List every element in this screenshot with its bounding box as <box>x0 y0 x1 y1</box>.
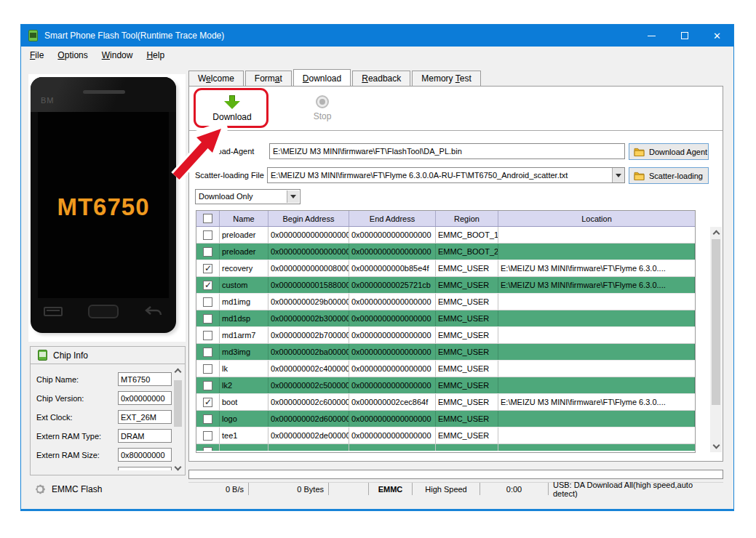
row-checkbox[interactable] <box>203 247 212 257</box>
folder-icon <box>634 148 645 156</box>
table-scroll-down-icon[interactable] <box>712 442 720 449</box>
cell-location <box>498 327 695 343</box>
download-button[interactable]: Download <box>199 92 265 125</box>
table-row[interactable]: lk2 0x000000002c500000 0x000000000000000… <box>196 377 695 394</box>
table-row[interactable]: md1arm7 0x000000002b700000 0x00000000000… <box>196 327 695 344</box>
minimize-button[interactable] <box>635 25 668 47</box>
table-row[interactable]: md1dsp 0x000000002b300000 0x000000000000… <box>196 310 695 327</box>
row-checkbox[interactable] <box>203 264 212 273</box>
cell-region: EMMC_USER <box>436 427 498 443</box>
status-elapsed-time: 0:00 <box>480 483 549 495</box>
table-row[interactable]: lk 0x000000002c400000 0x0000000000000000… <box>196 361 695 377</box>
scroll-up-icon[interactable] <box>175 369 182 376</box>
row-checkbox[interactable] <box>203 381 212 390</box>
scatter-dropdown-icon[interactable] <box>612 168 624 182</box>
table-row[interactable]: recovery 0x0000000000008000 0x0000000000… <box>196 260 695 277</box>
chip-version-label: Chip Version: <box>36 394 84 403</box>
chip-info-icon <box>38 350 47 361</box>
cell-begin: 0x0000000000000000 <box>268 244 349 260</box>
row-checkbox[interactable] <box>203 297 212 307</box>
chip-name-label: Chip Name: <box>36 375 79 384</box>
scatter-file-input[interactable] <box>267 167 625 183</box>
row-checkbox[interactable] <box>203 348 212 357</box>
stop-button[interactable]: Stop <box>297 92 348 125</box>
menu-bar: File Options Window Help <box>21 47 733 64</box>
cell-region: EMMC_USER <box>436 260 498 276</box>
header-name[interactable]: Name <box>220 211 268 226</box>
row-checkbox[interactable] <box>203 414 212 424</box>
row-checkbox[interactable] <box>203 281 212 290</box>
scroll-thumb[interactable] <box>174 380 182 427</box>
table-scroll-thumb[interactable] <box>712 239 720 405</box>
tab-memory-test[interactable]: Memory Test <box>412 71 480 86</box>
table-row[interactable]: preloader 0x0000000000000000 0x000000000… <box>196 244 695 260</box>
chip-version-field[interactable] <box>118 391 172 405</box>
maximize-button[interactable] <box>668 25 701 47</box>
cell-region: EMMC_USER <box>436 394 498 410</box>
scatter-label: Scatter-loading File <box>195 171 264 180</box>
cell-location <box>498 344 695 360</box>
flash-mode-dropdown-icon[interactable] <box>287 190 299 203</box>
download-agent-button[interactable]: Download Agent <box>629 143 709 160</box>
header-begin-address[interactable]: Begin Address <box>268 211 349 226</box>
table-row-partial <box>196 444 695 451</box>
row-checkbox[interactable] <box>203 331 212 340</box>
chip-info-scrollbar[interactable] <box>172 365 184 474</box>
status-usb-speed: High Speed <box>413 483 480 495</box>
table-row[interactable]: md1img 0x0000000029b00000 0x000000000000… <box>196 294 695 310</box>
ram-size-field[interactable] <box>118 448 172 462</box>
table-scroll-up-icon[interactable] <box>712 230 720 238</box>
header-region[interactable]: Region <box>436 211 498 226</box>
cell-end: 0x0000000000000000 <box>349 411 436 427</box>
scatter-row: Scatter-loading File Scatter-loading <box>189 167 723 184</box>
table-row[interactable]: tee1 0x000000002de00000 0x00000000000000… <box>196 427 695 444</box>
table-header: Name Begin Address End Address Region Lo… <box>196 211 695 227</box>
table-row[interactable]: logo 0x000000002d600000 0x00000000000000… <box>196 411 695 427</box>
phone-chip-label: MT6750 <box>38 193 169 221</box>
header-end-address[interactable]: End Address <box>349 211 436 226</box>
cell-name: boot <box>220 394 268 410</box>
cell-location <box>498 310 695 326</box>
close-button[interactable]: ✕ <box>701 25 733 47</box>
row-checkbox[interactable] <box>203 398 212 407</box>
row-checkbox[interactable] <box>203 364 212 374</box>
cell-end: 0x0000000000000000 <box>349 327 436 343</box>
select-all-checkbox[interactable] <box>203 214 212 223</box>
menu-help[interactable]: Help <box>141 50 170 60</box>
flash-mode-value: Download Only <box>199 192 253 201</box>
cell-end: 0x00000000025721cb <box>349 277 436 293</box>
row-checkbox[interactable] <box>203 431 212 441</box>
table-row[interactable]: preloader 0x0000000000000000 0x000000000… <box>196 227 695 244</box>
tab-download[interactable]: Download <box>293 69 351 86</box>
ram-type-field[interactable] <box>118 429 172 443</box>
table-scrollbar[interactable] <box>710 227 722 452</box>
chip-name-field[interactable] <box>118 372 172 386</box>
cell-location: E:\MEIZU M3 MINI\firmware\FT\Flyme 6.3.0… <box>498 260 695 276</box>
ext-clock-field[interactable] <box>118 410 172 424</box>
window-title: Smart Phone Flash Tool(Runtime Trace Mod… <box>44 31 224 41</box>
cell-begin: 0x0000000000008000 <box>268 260 349 276</box>
cell-region: EMMC_BOOT_2 <box>436 244 498 260</box>
row-checkbox[interactable] <box>203 230 212 240</box>
menu-window[interactable]: Window <box>97 50 138 60</box>
tab-format[interactable]: Format <box>245 71 292 86</box>
tab-strip: Welcome Format Download Readback Memory … <box>188 71 482 87</box>
chip-info-title: Chip Info <box>53 350 88 361</box>
cell-end: 0x0000000000000000 <box>349 310 436 326</box>
menu-options[interactable]: Options <box>52 50 92 60</box>
download-agent-input[interactable] <box>269 143 625 159</box>
cell-begin: 0x000000002c500000 <box>268 377 349 393</box>
cell-name: recovery <box>220 260 268 276</box>
table-row[interactable]: md3img 0x000000002ba00000 0x000000000000… <box>196 344 695 361</box>
table-row[interactable]: boot 0x000000002c600000 0x000000002cec86… <box>196 394 695 411</box>
scatter-loading-button[interactable]: Scatter-loading <box>629 167 709 184</box>
flash-mode-select[interactable]: Download Only <box>195 189 301 204</box>
menu-file[interactable]: File <box>25 50 49 60</box>
tab-readback[interactable]: Readback <box>352 71 410 86</box>
table-row[interactable]: custom 0x0000000001588000 0x000000000257… <box>196 277 695 294</box>
row-checkbox[interactable] <box>203 314 212 324</box>
stop-button-label: Stop <box>314 111 332 121</box>
scroll-down-icon[interactable] <box>175 464 182 471</box>
tab-welcome[interactable]: Welcome <box>188 71 244 86</box>
header-location[interactable]: Location <box>498 211 695 226</box>
